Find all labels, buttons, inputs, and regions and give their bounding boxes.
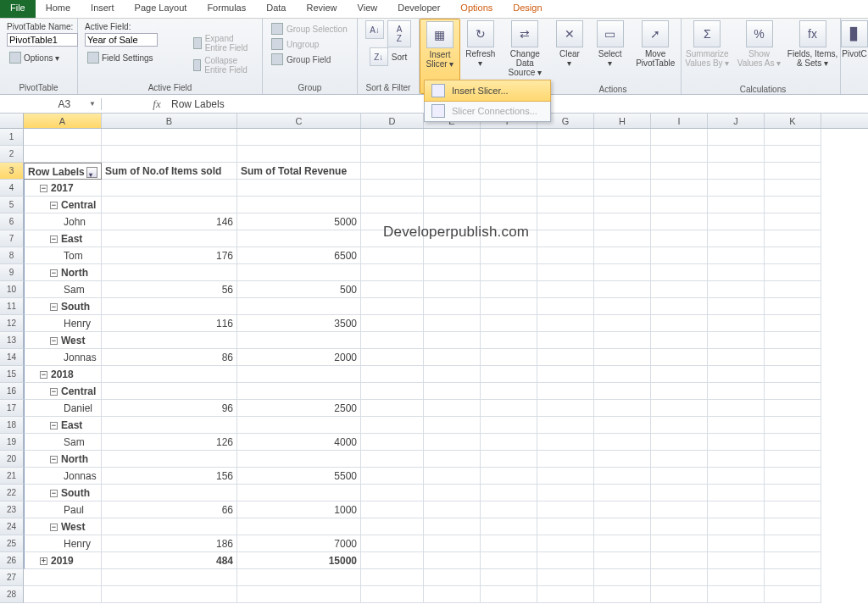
cell-c21[interactable]: 5500 xyxy=(237,468,361,485)
col-header-d[interactable]: D xyxy=(361,114,424,128)
cell-j5[interactable] xyxy=(708,197,765,213)
cell-g26[interactable] xyxy=(537,552,594,569)
sort-asc-button[interactable]: A↓ xyxy=(365,20,384,39)
cell-b22[interactable] xyxy=(102,485,237,501)
cell-c19[interactable]: 4000 xyxy=(237,434,361,451)
cell-k15[interactable] xyxy=(765,366,821,383)
cell-f23[interactable] xyxy=(481,501,537,518)
fields-items-sets-button[interactable]: fx Fields, Items,& Sets ▾ xyxy=(785,19,840,94)
cell-a3[interactable]: Row Labels xyxy=(24,163,102,180)
select-button[interactable]: ▭ Select▾ xyxy=(590,19,631,94)
cell-e10[interactable] xyxy=(424,281,481,298)
expand-collapse-icon[interactable]: − xyxy=(50,337,58,345)
cell-i8[interactable] xyxy=(651,247,708,264)
cell-b20[interactable] xyxy=(102,451,237,468)
cell-j28[interactable] xyxy=(708,586,765,603)
cell-k2[interactable] xyxy=(765,146,821,163)
cell-c2[interactable] xyxy=(237,146,361,163)
cell-e19[interactable] xyxy=(424,434,481,451)
row-header-3[interactable]: 3 xyxy=(0,163,24,180)
cell-e14[interactable] xyxy=(424,349,481,366)
row-header-18[interactable]: 18 xyxy=(0,417,24,434)
cell-e24[interactable] xyxy=(424,518,481,535)
cell-d20[interactable] xyxy=(361,451,424,468)
cell-g2[interactable] xyxy=(537,146,594,163)
row-header-20[interactable]: 20 xyxy=(0,451,24,468)
cell-j10[interactable] xyxy=(708,281,765,298)
cell-a8[interactable]: Tom xyxy=(24,247,102,264)
row-header-27[interactable]: 27 xyxy=(0,569,24,586)
cell-b14[interactable]: 86 xyxy=(102,349,237,366)
row-header-2[interactable]: 2 xyxy=(0,146,24,163)
cell-c9[interactable] xyxy=(237,264,361,281)
cell-h15[interactable] xyxy=(594,366,651,383)
cell-f14[interactable] xyxy=(481,349,537,366)
cell-f10[interactable] xyxy=(481,281,537,298)
cell-d5[interactable] xyxy=(361,197,424,213)
cell-d1[interactable] xyxy=(361,129,424,146)
cell-e3[interactable] xyxy=(424,163,481,180)
cell-i26[interactable] xyxy=(651,552,708,569)
row-header-24[interactable]: 24 xyxy=(0,518,24,535)
cell-b23[interactable]: 66 xyxy=(102,501,237,518)
cell-k19[interactable] xyxy=(765,434,821,451)
cell-g19[interactable] xyxy=(537,434,594,451)
cell-c23[interactable]: 1000 xyxy=(237,501,361,518)
cell-g22[interactable] xyxy=(537,485,594,501)
cell-j1[interactable] xyxy=(708,129,765,146)
cell-i7[interactable] xyxy=(651,230,708,247)
row-header-23[interactable]: 23 xyxy=(0,501,24,518)
cell-c14[interactable]: 2000 xyxy=(237,349,361,366)
sort-button[interactable]: AZ xyxy=(387,20,411,47)
cell-i27[interactable] xyxy=(651,569,708,586)
cell-k13[interactable] xyxy=(765,332,821,349)
tab-data[interactable]: Data xyxy=(256,0,296,18)
cell-g9[interactable] xyxy=(537,264,594,281)
cell-i17[interactable] xyxy=(651,400,708,417)
expand-collapse-icon[interactable]: − xyxy=(50,456,58,463)
row-header-15[interactable]: 15 xyxy=(0,366,24,383)
row-header-21[interactable]: 21 xyxy=(0,468,24,485)
cell-g7[interactable] xyxy=(537,230,594,247)
row-header-25[interactable]: 25 xyxy=(0,535,24,552)
expand-collapse-icon[interactable]: − xyxy=(40,185,47,192)
cell-d27[interactable] xyxy=(361,569,424,586)
cell-f19[interactable] xyxy=(481,434,537,451)
cell-d24[interactable] xyxy=(361,518,424,535)
cell-h12[interactable] xyxy=(594,315,651,332)
show-values-as-button[interactable]: % ShowValues As ▾ xyxy=(733,19,785,94)
cell-h28[interactable] xyxy=(594,586,651,603)
cell-b10[interactable]: 56 xyxy=(102,281,237,298)
row-header-16[interactable]: 16 xyxy=(0,383,24,400)
row-header-6[interactable]: 6 xyxy=(0,213,24,230)
cell-h9[interactable] xyxy=(594,264,651,281)
cell-j3[interactable] xyxy=(708,163,765,180)
cell-i6[interactable] xyxy=(651,213,708,230)
tab-page-layout[interactable]: Page Layout xyxy=(125,0,198,18)
cell-i4[interactable] xyxy=(651,180,708,197)
cell-e22[interactable] xyxy=(424,485,481,501)
cell-j21[interactable] xyxy=(708,468,765,485)
col-header-k[interactable]: K xyxy=(765,114,821,128)
cell-e26[interactable] xyxy=(424,552,481,569)
cell-f16[interactable] xyxy=(481,383,537,400)
cell-j17[interactable] xyxy=(708,400,765,417)
cell-j14[interactable] xyxy=(708,349,765,366)
cell-i16[interactable] xyxy=(651,383,708,400)
cell-f8[interactable] xyxy=(481,247,537,264)
cell-b1[interactable] xyxy=(102,129,237,146)
cell-h10[interactable] xyxy=(594,281,651,298)
move-pivottable-button[interactable]: ➚ MovePivotTable xyxy=(631,19,681,94)
cell-i3[interactable] xyxy=(651,163,708,180)
cell-f22[interactable] xyxy=(481,485,537,501)
cell-g17[interactable] xyxy=(537,400,594,417)
formula-text[interactable]: Row Labels xyxy=(171,98,225,110)
cell-i5[interactable] xyxy=(651,197,708,213)
cell-a22[interactable]: −South xyxy=(24,485,102,501)
cell-c28[interactable] xyxy=(237,586,361,603)
cell-d23[interactable] xyxy=(361,501,424,518)
cell-h3[interactable] xyxy=(594,163,651,180)
cell-b26[interactable]: 484 xyxy=(102,552,237,569)
cell-k12[interactable] xyxy=(765,315,821,332)
cell-j24[interactable] xyxy=(708,518,765,535)
